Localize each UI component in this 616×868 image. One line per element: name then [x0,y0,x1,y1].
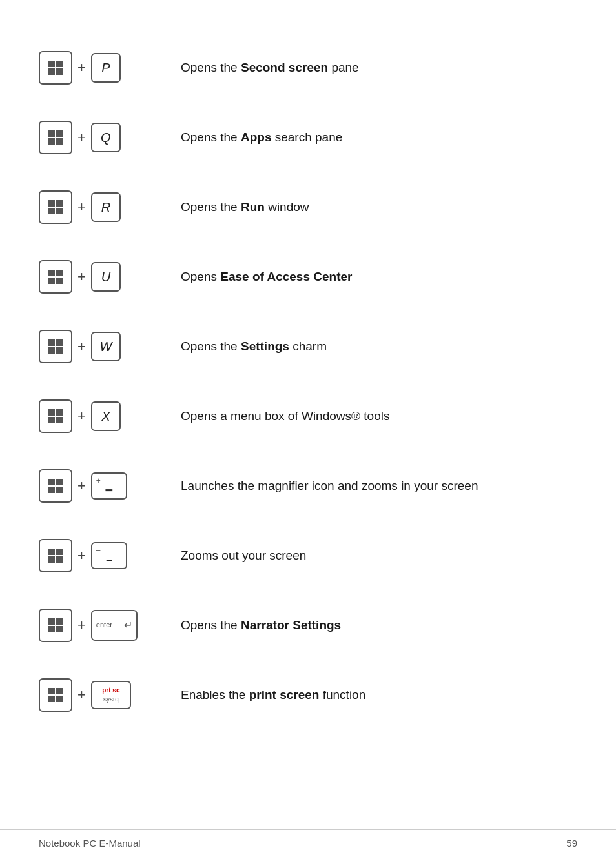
win-icon-r [48,200,63,214]
win-key-w [39,330,72,363]
letter-key-r: R [91,192,121,222]
win-key-r [39,190,72,224]
plus-prtsc: + [77,687,86,703]
win-icon-w [48,339,63,354]
letter-key-u: U [91,262,121,292]
shortcut-row-p: + P Opens the Second screen pane [39,39,577,97]
win-key-plus [39,469,72,503]
letter-key-plus: + ═ [91,472,127,500]
win-icon-plus [48,479,63,493]
key-combo-minus: + – – [39,539,181,572]
footer-title: Notebook PC E-Manual [39,838,141,849]
plus-q: + [77,129,86,146]
letter-key-x: X [91,401,121,431]
shortcut-row-q: + Q Opens the Apps search pane [39,108,577,167]
shortcut-row-enter: + enter ↵ Opens the Narrator Settings [39,596,577,654]
description-w: Opens the Settings charm [181,338,577,356]
shortcut-row-r: + R Opens the Run window [39,178,577,236]
plus-enter: + [77,617,86,634]
letter-key-enter: enter ↵ [91,610,138,641]
plus-x: + [77,408,86,425]
key-combo-x: + X [39,399,181,433]
description-plus: Launches the magnifier icon and zooms in… [181,477,577,495]
win-key-prtsc [39,678,72,712]
shortcut-row-w: + W Opens the Settings charm [39,318,577,376]
key-combo-enter: + enter ↵ [39,609,181,642]
shortcut-row-u: + U Opens Ease of Access Center [39,248,577,306]
win-icon-q [48,130,63,145]
letter-key-prtsc: prt sc sysrq [91,681,131,709]
key-combo-plus: + + ═ [39,469,181,503]
description-p: Opens the Second screen pane [181,59,577,77]
plus-plus: + [77,478,86,494]
letter-key-minus: – – [91,542,127,569]
plus-minus: + [77,547,86,564]
win-key-p [39,51,72,85]
shortcut-row-minus: + – – Zooms out your screen [39,527,577,585]
description-prtsc: Enables the print screen function [181,686,577,704]
plus-w: + [77,338,86,355]
win-icon-u [48,270,63,284]
win-key-enter [39,609,72,642]
letter-key-q: Q [91,123,121,152]
footer-page: 59 [566,838,577,849]
win-key-x [39,399,72,433]
page-content: + P Opens the Second screen pane + Q Ope… [0,0,616,787]
key-combo-p: + P [39,51,181,85]
win-icon-x [48,409,63,423]
description-minus: Zooms out your screen [181,547,577,565]
description-q: Opens the Apps search pane [181,128,577,146]
win-icon-minus [48,549,63,563]
letter-key-w: W [91,332,121,361]
description-x: Opens a menu box of Windows® tools [181,407,577,425]
shortcut-row-x: + X Opens a menu box of Windows® tools [39,387,577,445]
plus-p: + [77,59,86,76]
win-key-minus [39,539,72,572]
win-key-u [39,260,72,294]
shortcut-row-plus: + + ═ Launches the magnifier icon and zo… [39,457,577,515]
key-combo-prtsc: + prt sc sysrq [39,678,181,712]
key-combo-q: + Q [39,121,181,154]
key-combo-r: + R [39,190,181,224]
description-enter: Opens the Narrator Settings [181,616,577,634]
win-icon-enter [48,618,63,632]
shortcut-row-prtsc: + prt sc sysrq Enables the print screen … [39,666,577,724]
win-key-q [39,121,72,154]
key-combo-w: + W [39,330,181,363]
key-combo-u: + U [39,260,181,294]
description-r: Opens the Run window [181,198,577,216]
plus-u: + [77,268,86,285]
letter-key-p: P [91,53,121,83]
footer: Notebook PC E-Manual 59 [0,829,616,849]
plus-r: + [77,199,86,216]
description-u: Opens Ease of Access Center [181,268,577,286]
win-icon-p [48,61,63,75]
win-icon-prtsc [48,688,63,702]
